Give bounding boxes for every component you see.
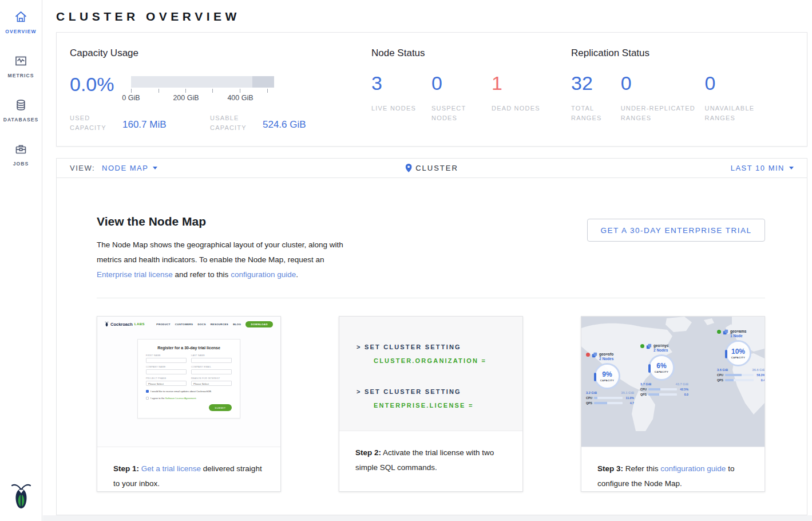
total-ranges-label: TOTAL RANGES xyxy=(571,104,621,123)
mini-checkbox-checked xyxy=(146,390,149,393)
mini-field: FIRST NAME xyxy=(146,354,187,363)
total-ranges-stat: 32 TOTAL RANGES xyxy=(571,72,621,123)
mini-site-nav-items: PRODUCT CUSTOMERS DOCS RESOURCES BLOG DO… xyxy=(156,321,273,327)
mini-field: COMPANY EMAIL xyxy=(191,366,232,374)
cluster-summary-card: Capacity Usage 0.0% 0 GiB 200 GiB 400 Gi… xyxy=(56,32,807,147)
step3-text: Refer this xyxy=(623,464,660,473)
sidebar-item-label: METRICS xyxy=(8,73,34,78)
sql-code-line: ENTERPRISE.LICENSE = xyxy=(374,402,522,409)
get-trial-license-link[interactable]: Get a trial license xyxy=(141,464,201,473)
gauge-label: CAPACITY xyxy=(655,370,668,373)
capacity-bar-track xyxy=(131,76,274,88)
mini-checkbox-row: I agree to the Software License Agreemen… xyxy=(146,397,232,400)
mini-form-title: Register for a 30-day trial license xyxy=(146,346,232,350)
mini-field: REASON FOR INTERESTPlease Select xyxy=(191,377,232,386)
live-nodes-value: 3 xyxy=(371,72,431,94)
used-capacity: 3.6 GiB xyxy=(717,368,728,372)
usable-capacity-label: USABLE CAPACITY xyxy=(210,112,263,133)
sql-prompt-line: > SET CLUSTER SETTING xyxy=(357,344,522,351)
step2-label: Step 2: xyxy=(355,448,381,457)
chevron-down-icon xyxy=(153,167,157,169)
mini-input xyxy=(146,358,187,363)
under-replicated-ranges-value: 0 xyxy=(621,72,705,94)
time-range-dropdown[interactable]: LAST 10 MIN xyxy=(731,164,794,172)
cluster-breadcrumb[interactable]: CLUSTER xyxy=(405,164,458,172)
usable-capacity-value: 524.6 GiB xyxy=(263,112,350,133)
replication-status-title: Replication Status xyxy=(571,48,771,59)
capacity-axis-labels: 0 GiB 200 GiB 400 GiB xyxy=(131,94,274,103)
mini-input xyxy=(191,369,232,374)
nodes-stack-icon xyxy=(592,352,597,358)
location-pin-icon xyxy=(405,164,411,172)
cluster-name: geo=nyc xyxy=(653,344,669,348)
mini-cockroach-labs-logo: Cockroach LABS xyxy=(105,321,145,327)
sidebar-item-databases[interactable]: DATABASES xyxy=(3,97,39,123)
cpu-value: 11.0% xyxy=(624,396,634,400)
ok-badge-icon xyxy=(640,344,644,348)
cpu-meter xyxy=(725,374,754,376)
cpu-label: CPU xyxy=(640,388,647,391)
mini-nav-resources: RESOURCES xyxy=(211,323,228,326)
nodes-stack-icon xyxy=(646,344,652,349)
mini-field: LAST NAME xyxy=(191,354,232,363)
step1-caption: Step 1: Get a trial license delivered st… xyxy=(97,447,280,491)
mini-field: PROJECT PHASEPlease Select xyxy=(146,377,187,386)
cpu-value: 58.3% xyxy=(755,373,765,377)
sidebar-item-metrics[interactable]: METRICS xyxy=(8,53,34,78)
step1-card: Cockroach LABS PRODUCT CUSTOMERS DOCS RE… xyxy=(97,316,281,492)
enterprise-trial-license-link[interactable]: Enterprise trial license xyxy=(97,270,173,279)
used-capacity: 3.7 GiB xyxy=(640,382,651,386)
capacity-gauge: 10% CAPACITY xyxy=(725,340,751,366)
qps-meter xyxy=(725,379,754,381)
sidebar-item-overview[interactable]: OVERVIEW xyxy=(5,9,36,34)
view-selector-dropdown[interactable]: NODE MAP xyxy=(102,164,157,172)
cpu-label: CPU xyxy=(717,373,723,377)
cluster-name: geo=ams xyxy=(730,329,746,333)
capacity-usage-title: Capacity Usage xyxy=(70,48,371,59)
cluster-node-count: 2 Nodes xyxy=(599,357,613,361)
sidebar-item-jobs[interactable]: JOBS xyxy=(13,141,29,167)
sql-prompt-line: > SET CLUSTER SETTING xyxy=(357,388,522,396)
ok-badge-icon xyxy=(717,330,721,334)
mini-nav-blog: BLOG xyxy=(233,323,241,326)
step3-card: geo=sfo 2 Nodes 9% CAPACITY 3.2 GiB 35.1 xyxy=(581,316,765,492)
metrics-icon xyxy=(13,53,29,69)
dead-nodes-value: 1 xyxy=(492,72,552,94)
capacity-gauge: 6% CAPACITY xyxy=(648,354,675,381)
live-nodes-stat: 3 LIVE NODES xyxy=(371,72,431,123)
node-status-section: Node Status 3 LIVE NODES 0 SUSPECT NODES… xyxy=(371,48,571,146)
node-map-body: View the Node Map The Node Map shows the… xyxy=(57,178,807,492)
view-label: VIEW: xyxy=(70,164,95,172)
total-capacity: 43.7 GiB xyxy=(676,382,688,386)
home-icon xyxy=(13,9,29,25)
dead-nodes-label: DEAD NODES xyxy=(492,104,552,113)
qps-value: 0.0 xyxy=(679,393,688,396)
page-title: CLUSTER OVERVIEW xyxy=(43,0,812,23)
capacity-gauge: 9% CAPACITY xyxy=(594,363,620,389)
step2-caption: Step 2: Activate the trial license with … xyxy=(339,431,522,475)
cpu-label: CPU xyxy=(586,396,592,400)
mini-registration-form: Register for a 30-day trial license FIRS… xyxy=(137,339,240,419)
mini-submit-button: SUBMIT xyxy=(209,404,232,411)
live-nodes-label: LIVE NODES xyxy=(371,104,431,113)
enterprise-trial-button[interactable]: GET A 30-DAY ENTERPRISE TRIAL xyxy=(587,219,765,242)
cpu-meter xyxy=(648,388,677,390)
configuration-guide-link[interactable]: configuration guide xyxy=(660,464,726,473)
cockroach-logo xyxy=(11,481,31,513)
mini-site-navbar: Cockroach LABS PRODUCT CUSTOMERS DOCS RE… xyxy=(97,317,280,331)
unavailable-ranges-stat: 0 UNAVAILABLE RANGES xyxy=(704,72,771,123)
capacity-usage-section: Capacity Usage 0.0% 0 GiB 200 GiB 400 Gi… xyxy=(70,48,371,146)
description-text: . xyxy=(296,270,298,279)
step2-card: > SET CLUSTER SETTING CLUSTER.ORGANIZATI… xyxy=(339,316,523,492)
steps-row: Cockroach LABS PRODUCT CUSTOMERS DOCS RE… xyxy=(97,316,765,492)
mini-logo-suffix: LABS xyxy=(134,322,145,326)
under-replicated-ranges-label: UNDER-REPLICATED RANGES xyxy=(621,104,705,123)
node-map-panel: VIEW: NODE MAP CLUSTER LAST 10 MIN View … xyxy=(56,158,807,515)
divider xyxy=(97,298,765,298)
capacity-bar-segment xyxy=(252,76,274,88)
qps-value: 0.4 xyxy=(755,378,765,382)
capacity-percent: 0.0% xyxy=(70,74,131,94)
configuration-guide-link[interactable]: configuration guide xyxy=(231,270,296,279)
node-status-title: Node Status xyxy=(371,48,571,59)
capacity-bar: 0 GiB 200 GiB 400 GiB xyxy=(131,74,274,103)
